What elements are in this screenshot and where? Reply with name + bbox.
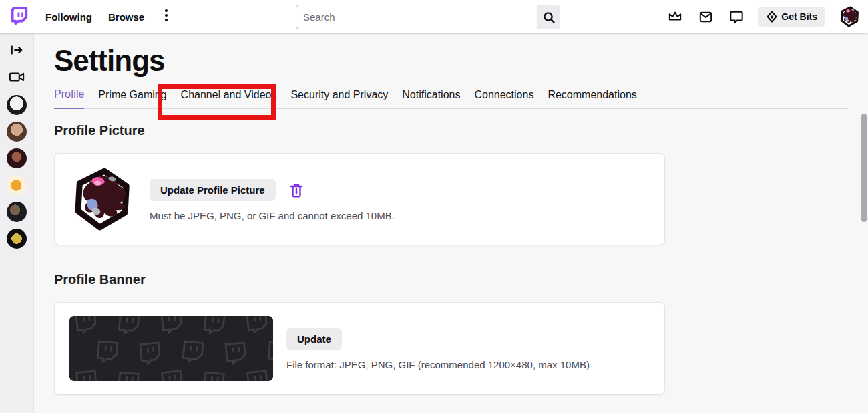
tab-notifications[interactable]: Notifications [402, 89, 460, 108]
followed-channel-avatar[interactable] [7, 229, 27, 249]
get-bits-label: Get Bits [781, 11, 817, 22]
tab-profile[interactable]: Profile [54, 88, 84, 109]
bits-icon [767, 11, 777, 23]
profile-picture-heading: Profile Picture [54, 123, 868, 138]
inbox-icon[interactable] [697, 8, 714, 25]
tab-prime-gaming[interactable]: Prime Gaming [98, 89, 166, 108]
page-title: Settings [54, 44, 868, 78]
search-input[interactable] [296, 5, 537, 29]
nav-link-browse[interactable]: Browse [108, 11, 144, 23]
tab-channel-and-videos[interactable]: Channel and Videos [181, 89, 277, 108]
update-banner-button[interactable]: Update [286, 328, 342, 350]
followed-channel-avatar[interactable] [7, 202, 27, 222]
profile-banner-image[interactable] [69, 316, 273, 381]
twitch-logo[interactable] [8, 5, 29, 28]
profile-picture-card: Update Profile Picture Must be JPEG, PNG… [54, 153, 665, 245]
scrollbar-thumb[interactable] [861, 114, 867, 222]
whisper-icon[interactable] [728, 8, 745, 25]
profile-picture-image[interactable] [69, 167, 134, 231]
tab-recommendations[interactable]: Recommendations [548, 89, 636, 108]
profile-banner-helper-text: File format: JPEG, PNG, GIF (recommended… [286, 359, 590, 370]
update-profile-picture-button[interactable]: Update Profile Picture [150, 179, 276, 201]
tab-connections[interactable]: Connections [474, 89, 533, 108]
search-icon [542, 11, 556, 24]
followed-channel-avatar[interactable] [7, 148, 27, 168]
profile-banner-card: Update File format: JPEG, PNG, GIF (reco… [54, 302, 665, 395]
followed-channel-avatar[interactable] [7, 175, 27, 195]
profile-banner-heading: Profile Banner [54, 272, 868, 287]
collapse-sidebar-icon[interactable] [8, 41, 25, 59]
followed-channel-avatar[interactable] [7, 122, 27, 142]
profile-picture-helper-text: Must be JPEG, PNG, or GIF and cannot exc… [150, 210, 395, 221]
get-bits-button[interactable]: Get Bits [758, 7, 825, 27]
nav-link-following[interactable]: Following [45, 11, 92, 23]
search-bar [296, 5, 560, 29]
trash-icon [289, 182, 304, 198]
left-sidebar [0, 33, 34, 413]
video-camera-icon[interactable] [8, 68, 25, 86]
search-button[interactable] [537, 5, 560, 29]
settings-tabs: Profile Prime Gaming Channel and Videos … [54, 88, 848, 109]
top-navbar: Following Browse [0, 0, 868, 33]
user-avatar[interactable] [839, 6, 860, 27]
delete-profile-picture-button[interactable] [288, 181, 305, 200]
kebab-menu-icon[interactable] [160, 6, 172, 27]
crown-icon[interactable] [666, 8, 684, 25]
settings-page: Settings Profile Prime Gaming Channel an… [34, 33, 868, 413]
tab-security-and-privacy[interactable]: Security and Privacy [290, 89, 388, 108]
followed-channel-avatar[interactable] [7, 95, 27, 115]
